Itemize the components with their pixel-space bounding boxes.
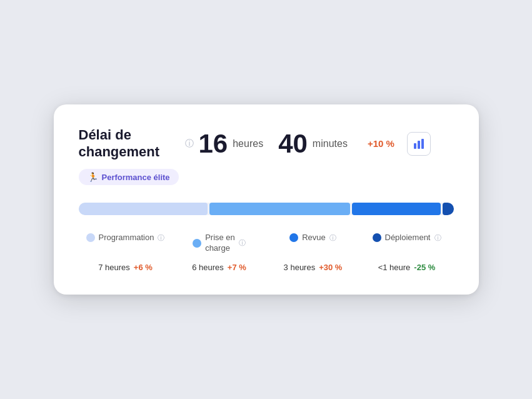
hours-revue: 3 heures [284, 263, 316, 272]
legend-prise-en-charge: Prise encharge ⓘ [173, 233, 266, 254]
chart-button[interactable] [407, 132, 431, 156]
value-deploiement: <1 heure -25 % [360, 263, 454, 272]
header-row: Délai de changement ⓘ 16 heures 40 minut… [79, 127, 454, 160]
dot-programmation [86, 233, 95, 242]
hours-programmation: 7 heures [98, 263, 130, 272]
values-row: 7 heures +6 % 6 heures +7 % 3 heures +30… [79, 263, 454, 272]
legend-row: Programmation ⓘ Prise encharge ⓘ Revue ⓘ [79, 233, 454, 254]
main-card: Délai de changement ⓘ 16 heures 40 minut… [54, 104, 479, 295]
label-deploiement: Déploiement [385, 233, 431, 243]
hours-deploiement: <1 heure [378, 263, 411, 272]
info-programmation[interactable]: ⓘ [158, 233, 164, 243]
badge-icon: 🏃 [88, 172, 98, 182]
card-title: Délai de changement [79, 127, 179, 160]
value-revue: 3 heures +30 % [266, 263, 360, 272]
dot-deploiement [373, 233, 381, 242]
change-revue: +30 % [319, 263, 342, 272]
legend-section: Programmation ⓘ Prise encharge ⓘ Revue ⓘ [79, 233, 454, 272]
info-deploiement[interactable]: ⓘ [434, 233, 441, 243]
info-icon-main[interactable]: ⓘ [185, 138, 194, 149]
label-programmation: Programmation [99, 233, 154, 243]
legend-revue: Revue ⓘ [266, 233, 360, 243]
badge-label: Performance élite [102, 173, 170, 182]
bar-programmation [79, 203, 208, 215]
performance-badge: 🏃 Performance élite [79, 169, 179, 185]
svg-rect-2 [421, 139, 424, 149]
bar-deploiement [443, 203, 454, 215]
value-programmation: 7 heures +6 % [79, 263, 173, 272]
info-prise-en-charge[interactable]: ⓘ [239, 238, 246, 248]
change-badge: +10 % [368, 138, 394, 149]
progress-bar [79, 203, 454, 215]
hours-value: 16 [199, 131, 228, 157]
minutes-value: 40 [278, 131, 308, 157]
dot-prise-en-charge [193, 239, 201, 248]
change-prise-en-charge: +7 % [228, 263, 246, 272]
label-revue: Revue [302, 233, 326, 243]
value-prise-en-charge: 6 heures +7 % [173, 263, 266, 272]
hours-unit: heures [233, 138, 263, 149]
bar-revue [352, 203, 441, 215]
legend-deploiement: Déploiement ⓘ [360, 233, 454, 243]
change-programmation: +6 % [134, 263, 153, 272]
legend-programmation: Programmation ⓘ [79, 233, 173, 243]
badge-row: 🏃 Performance élite [79, 169, 454, 185]
minutes-unit: minutes [313, 138, 348, 149]
change-deploiement: -25 % [414, 263, 435, 272]
dot-revue [289, 233, 298, 242]
metrics-block: ⓘ 16 heures 40 minutes +10 % [179, 131, 454, 157]
svg-rect-1 [418, 141, 420, 149]
bar-prise-en-charge [209, 203, 350, 215]
hours-prise-en-charge: 6 heures [192, 263, 224, 272]
title-block: Délai de changement [79, 127, 179, 160]
svg-rect-0 [414, 143, 416, 149]
label-prise-en-charge: Prise encharge [205, 233, 235, 254]
info-revue[interactable]: ⓘ [329, 233, 336, 243]
